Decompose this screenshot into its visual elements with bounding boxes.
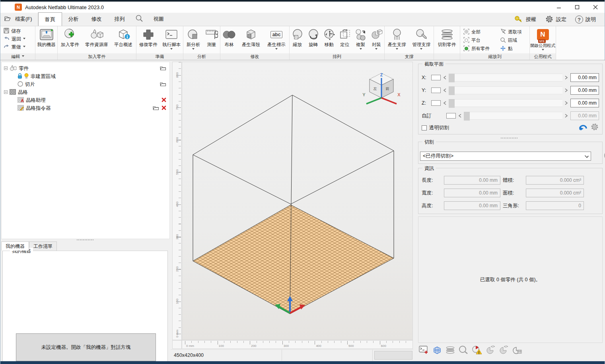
bulb-icon[interactable] [24,73,29,80]
tab-modify[interactable]: 修改 [85,12,108,26]
zoom-region-button[interactable]: 區域 [500,36,532,45]
rotate-view-2-icon[interactable] [498,345,509,356]
tree-splitter-grip[interactable] [77,239,93,240]
z-slider-thumb[interactable] [449,99,455,108]
zoom-all-parts-button[interactable]: 所有零件 [463,45,500,53]
create-label-button[interactable]: abc 產生標示 [264,26,289,53]
tree-item-lattice[interactable]: 晶格 [2,88,169,96]
tab-analysis[interactable]: 分析 [62,12,85,26]
repair-warning-icon[interactable] [471,345,482,356]
minimize-button[interactable] [550,2,568,13]
tree-item-slices[interactable]: 切片 [2,80,169,88]
redo-dropdown-caret[interactable] [23,46,25,49]
tree-item-parts[interactable]: 零件 [2,64,169,72]
slice-view-icon[interactable] [445,345,455,356]
viewport-3d[interactable]: Z Y X 左 前 [182,62,413,340]
z-axis-checkbox[interactable] [431,100,441,106]
reset-clipping-icon[interactable] [578,123,588,132]
tab-view[interactable]: 視圖 [147,12,170,26]
tab-my-machine[interactable]: 我的機器 [1,241,29,251]
x-value-field[interactable]: 0.00 mm [570,73,599,82]
z-axis-slider[interactable] [449,99,562,107]
help-button[interactable]: ? 說明 [572,16,599,23]
cut-part-button[interactable]: 切割零件 [434,26,460,53]
zoom-status-icon[interactable] [458,345,469,356]
machine-not-set-button[interactable]: 未設定機器。開啟「我的機器」對話方塊 [16,333,156,361]
slider-right-arrow-icon[interactable] [565,112,568,119]
part-library-button[interactable]: 零件資源庫 [82,26,111,53]
tab-arrange[interactable]: 排列 [108,12,131,26]
measure-button[interactable]: 測量 [203,26,220,53]
y-slider-thumb[interactable] [449,86,455,95]
create-support-dropdown-caret[interactable] [396,48,398,51]
file-menu-button[interactable]: 檔案(F) [0,12,38,26]
license-button[interactable]: 授權 [511,15,539,24]
rotate-button[interactable]: 旋轉 [305,26,321,53]
custom-plane-checkbox[interactable] [446,113,456,119]
zoom-platform-button[interactable]: 平台 [463,36,500,45]
open-folder-icon[interactable] [160,66,166,72]
create-support-button[interactable]: 產生支撐 [385,26,409,53]
right-panel-grip[interactable] [501,138,517,138]
expander-icon[interactable] [4,66,8,71]
zoom-selection-button[interactable]: 選取項 [500,28,532,36]
create-label-dropdown-caret[interactable] [275,48,278,51]
create-shell-button[interactable]: 產生薄殼 [238,26,264,53]
search-button[interactable] [131,12,147,26]
undo-button[interactable]: 退回 [4,36,35,43]
title-bar[interactable]: N Autodesk Netfabb Ultimate 2023.0 [0,2,605,13]
add-part-button[interactable]: 加入零件 [58,26,82,53]
new-script-icon[interactable] [419,345,429,356]
edit-group-label[interactable]: 編輯 [0,53,35,60]
y-axis-slider[interactable] [449,86,562,94]
zoom-point-button[interactable]: 點 [500,45,532,53]
position-button[interactable]: 定位 [337,26,353,53]
navigation-cube[interactable]: Z Y X 左 前 [362,69,401,109]
x-axis-checkbox[interactable] [431,75,441,80]
slider-right-arrow-icon[interactable] [565,99,568,107]
redo-button[interactable]: 重做 [4,44,35,51]
manage-support-dropdown-caret[interactable] [420,48,422,51]
slider-left-arrow-icon[interactable] [443,87,446,94]
open-folder-icon[interactable] [153,105,159,111]
run-script-dropdown-caret[interactable] [170,48,173,51]
tree-item-lattice-commander[interactable]: 晶格指令器 [2,104,169,112]
delete-icon[interactable] [161,105,166,111]
delete-icon[interactable] [161,97,166,103]
pack-button[interactable]: 封裝 [368,26,384,53]
undo-dropdown-caret[interactable] [23,38,25,41]
slider-left-arrow-icon[interactable] [443,99,446,107]
tab-home[interactable]: 首頁 [38,12,62,26]
manage-support-button[interactable]: 管理支撐 [409,26,434,53]
rotate-view-icon[interactable] [485,345,496,356]
new-analysis-button[interactable]: 新分析 [183,26,203,53]
custom-plane-slider[interactable] [464,112,562,120]
clipping-settings-gear-icon[interactable] [590,123,599,133]
my-machine-button[interactable]: 我的機器 [35,26,57,53]
tree-item-lattice-assistant[interactable]: 晶格助理 [2,96,169,104]
slider-left-arrow-icon[interactable] [458,112,461,119]
move-button[interactable]: 移動 [321,26,337,53]
lattice-view-icon[interactable] [432,345,442,356]
transparent-cut-checkbox[interactable] [422,125,427,130]
utilities-dropdown-caret[interactable] [542,49,544,52]
x-slider-thumb[interactable] [449,74,455,82]
zoom-all-button[interactable]: 全部 [463,28,500,36]
slider-right-arrow-icon[interactable] [565,74,568,81]
run-script-button[interactable]: 執行腳本 [160,26,183,53]
maximize-button[interactable] [568,2,586,13]
tab-work-list[interactable]: 工作清單 [29,241,57,251]
open-utilities-button[interactable]: N NFB 開啟公用程式 [530,26,556,53]
new-analysis-dropdown-caret[interactable] [192,48,195,51]
x-axis-slider[interactable] [449,74,562,82]
y-value-field[interactable]: 0.00 mm [570,86,599,95]
duplicate-button[interactable]: 複製 [353,26,369,53]
y-axis-checkbox[interactable] [431,88,441,93]
cut-mode-dropdown[interactable]: <已停用切割> [420,152,591,161]
close-button[interactable] [586,2,605,13]
boolean-button[interactable]: 布林 [220,26,238,53]
slider-left-arrow-icon[interactable] [443,74,446,81]
repair-part-button[interactable]: 修復零件 [136,26,160,53]
duplicate-dropdown-caret[interactable] [360,48,362,51]
z-value-field[interactable]: 0.00 mm [570,99,599,107]
